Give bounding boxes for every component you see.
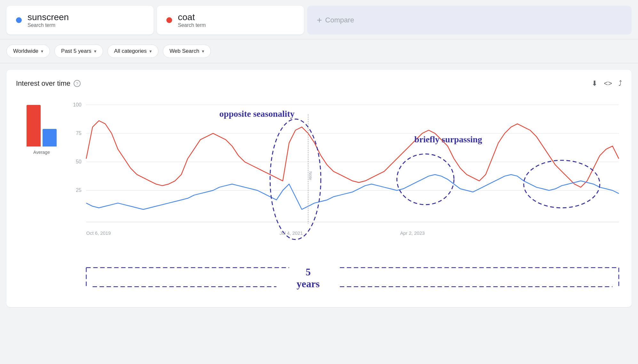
embed-button[interactable]: <> [604, 79, 612, 88]
download-button[interactable]: ⬇ [592, 79, 597, 88]
chart-title-group: Interest over time ? [16, 79, 81, 88]
x-label-2019: Oct 6, 2019 [86, 231, 111, 236]
search-type-chevron: ▾ [202, 49, 204, 54]
chart-actions: ⬇ <> ⤴ [592, 79, 622, 88]
chart-section: Interest over time ? ⬇ <> ⤴ Average [6, 70, 632, 307]
region-chevron: ▾ [41, 49, 43, 54]
period-filter[interactable]: Past 5 years ▾ [54, 44, 103, 58]
coat-dot [166, 17, 172, 23]
y-label-25: 25 [76, 187, 82, 193]
filter-bar: Worldwide ▾ Past 5 years ▾ All categorie… [0, 39, 638, 63]
sunscreen-term-type: Search term [28, 22, 69, 28]
avg-label: Average [33, 150, 50, 155]
region-filter[interactable]: Worldwide ▾ [6, 44, 50, 58]
sunscreen-line [86, 175, 619, 210]
period-chevron: ▾ [94, 49, 96, 54]
annotation-opposite: opposite seasonality [219, 109, 295, 119]
chart-title-text: Interest over time [16, 79, 70, 88]
region-label: Worldwide [13, 48, 38, 54]
x-label-2023: Apr 2, 2023 [400, 231, 425, 236]
sunscreen-dot [16, 17, 22, 23]
coat-term-type: Search term [178, 22, 206, 28]
y-label-50: 50 [76, 159, 82, 164]
oval-annotation-2 [397, 154, 454, 205]
compare-plus-icon: + [317, 15, 322, 25]
categories-chevron: ▾ [149, 49, 152, 54]
avg-bars-container [27, 95, 57, 146]
coat-term-name: coat [178, 12, 206, 22]
coat-line [86, 121, 619, 187]
search-type-filter[interactable]: Web Search ▾ [163, 44, 211, 58]
oval-annotation-1 [270, 119, 321, 240]
chart-header: Interest over time ? ⬇ <> ⤴ [16, 79, 622, 88]
oval-annotation-3 [524, 160, 600, 208]
chart-area: Average 100 75 50 25 [16, 95, 622, 301]
bottom-annotation-svg: 5 years [67, 258, 622, 299]
compare-card[interactable]: + Compare [307, 6, 632, 35]
sunscreen-card: sunscreen Search term [6, 6, 154, 35]
avg-bar-red [27, 105, 41, 146]
annotation-surpassing: briefly surpassing [414, 134, 482, 144]
y-label-75: 75 [76, 131, 82, 136]
top-bar: sunscreen Search term coat Search term +… [0, 0, 638, 39]
avg-bar-blue [43, 129, 57, 146]
sunscreen-term-name: sunscreen [28, 12, 69, 22]
search-type-label: Web Search [170, 48, 199, 54]
note-label: Note [308, 171, 313, 180]
chart-svg-container: 100 75 50 25 Note opposite seasonality [67, 95, 622, 301]
y-label-100: 100 [73, 102, 82, 107]
main-chart: 100 75 50 25 Note opposite seasonality [67, 95, 622, 301]
chart-svg: 100 75 50 25 Note opposite seasonality [67, 95, 622, 260]
categories-filter[interactable]: All categories ▾ [108, 44, 158, 58]
coat-card: coat Search term [157, 6, 304, 35]
years-annotation-years: years [297, 278, 320, 289]
share-button[interactable]: ⤴ [618, 79, 622, 88]
categories-label: All categories [114, 48, 147, 54]
years-annotation-5: 5 [306, 267, 311, 278]
avg-sidebar: Average [16, 95, 67, 301]
period-label: Past 5 years [61, 48, 92, 54]
help-icon[interactable]: ? [74, 80, 81, 87]
x-label-2021: Jul 4, 2021 [280, 231, 303, 236]
compare-label: Compare [325, 16, 354, 24]
